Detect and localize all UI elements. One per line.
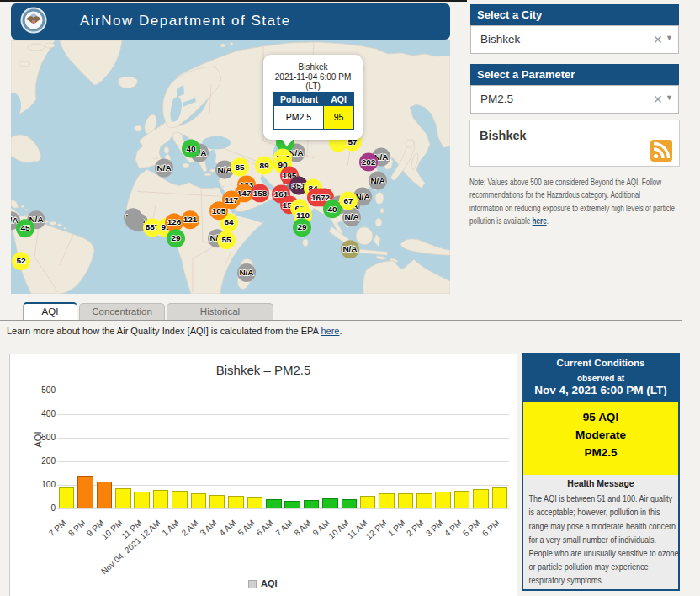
svg-text:1672: 1672 — [311, 193, 331, 202]
svg-text:N/A: N/A — [355, 192, 369, 201]
svg-text:N/A: N/A — [11, 216, 19, 225]
svg-text:40: 40 — [186, 144, 196, 153]
svg-text:N/A: N/A — [342, 244, 357, 253]
svg-text:64: 64 — [224, 217, 234, 226]
svg-text:52: 52 — [16, 256, 26, 265]
svg-text:N/A: N/A — [217, 165, 231, 174]
svg-text:45: 45 — [20, 223, 30, 232]
svg-text:202: 202 — [362, 157, 376, 167]
svg-text:29: 29 — [297, 222, 307, 231]
svg-text:N/A: N/A — [156, 163, 171, 173]
svg-text:29: 29 — [171, 233, 181, 242]
svg-text:158: 158 — [253, 189, 268, 198]
svg-text:105: 105 — [212, 206, 226, 216]
svg-text:121: 121 — [183, 215, 198, 224]
svg-text:N/A: N/A — [239, 268, 253, 277]
svg-text:67: 67 — [343, 196, 353, 205]
svg-text:40: 40 — [327, 205, 337, 214]
svg-text:126: 126 — [167, 217, 182, 226]
svg-text:N/A: N/A — [370, 176, 384, 185]
svg-text:85: 85 — [235, 162, 245, 172]
svg-text:55: 55 — [221, 235, 231, 244]
svg-text:N/A: N/A — [344, 213, 358, 222]
svg-text:117: 117 — [225, 195, 239, 205]
svg-text:89: 89 — [259, 161, 269, 170]
